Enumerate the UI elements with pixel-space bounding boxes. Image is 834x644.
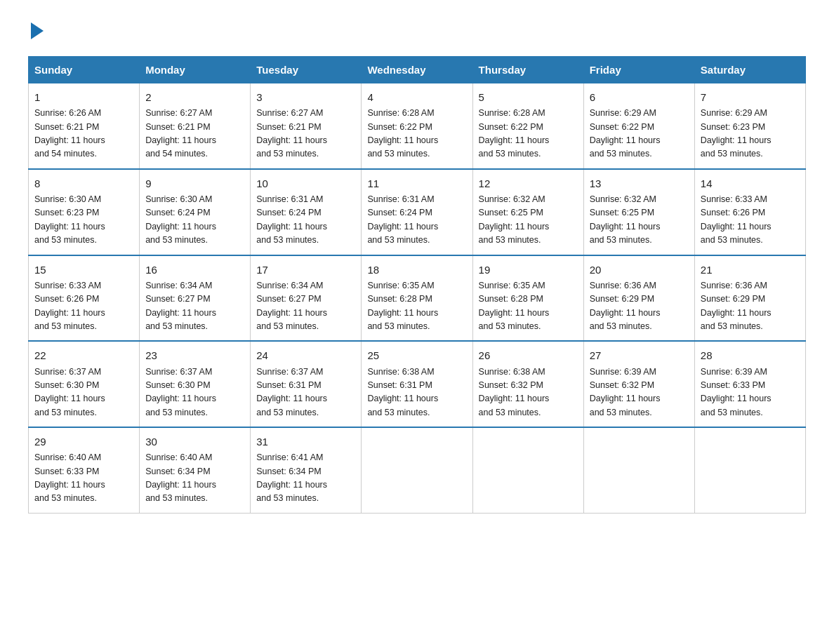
calendar-cell: 24Sunrise: 6:37 AMSunset: 6:31 PMDayligh… [251,341,362,427]
day-number: 1 [34,89,133,105]
header-saturday: Saturday [694,57,805,83]
day-number: 10 [256,175,355,192]
day-number: 27 [590,347,689,363]
calendar-week-row: 8Sunrise: 6:30 AMSunset: 6:23 PMDaylight… [29,169,806,255]
calendar-cell [694,427,805,513]
day-number: 4 [367,89,466,105]
calendar-cell: 17Sunrise: 6:34 AMSunset: 6:27 PMDayligh… [251,255,362,342]
day-number: 13 [590,175,689,192]
day-number: 16 [145,262,244,278]
day-number: 24 [256,347,355,363]
calendar-cell: 28Sunrise: 6:39 AMSunset: 6:33 PMDayligh… [694,341,805,427]
calendar-cell: 3Sunrise: 6:27 AMSunset: 6:21 PMDaylight… [251,83,362,169]
calendar-cell: 10Sunrise: 6:31 AMSunset: 6:24 PMDayligh… [251,169,362,255]
day-number: 7 [701,89,800,105]
header-wednesday: Wednesday [362,57,472,83]
day-number: 19 [479,262,578,278]
day-number: 20 [590,262,689,278]
header-friday: Friday [583,57,694,83]
calendar-cell: 7Sunrise: 6:29 AMSunset: 6:23 PMDaylight… [694,83,805,169]
svg-marker-0 [31,22,44,39]
calendar-cell: 20Sunrise: 6:36 AMSunset: 6:29 PMDayligh… [583,255,694,342]
calendar-header-row: SundayMondayTuesdayWednesdayThursdayFrid… [29,57,806,83]
calendar-cell: 26Sunrise: 6:38 AMSunset: 6:32 PMDayligh… [472,341,583,427]
calendar-cell: 25Sunrise: 6:38 AMSunset: 6:31 PMDayligh… [362,341,472,427]
calendar-cell: 6Sunrise: 6:29 AMSunset: 6:22 PMDaylight… [583,83,694,169]
calendar-cell: 27Sunrise: 6:39 AMSunset: 6:32 PMDayligh… [583,341,694,427]
calendar-week-row: 22Sunrise: 6:37 AMSunset: 6:30 PMDayligh… [29,341,806,427]
day-number: 18 [367,262,466,278]
calendar-cell [472,427,583,513]
calendar-week-row: 29Sunrise: 6:40 AMSunset: 6:33 PMDayligh… [29,427,806,513]
day-number: 21 [701,262,800,278]
calendar-week-row: 1Sunrise: 6:26 AMSunset: 6:21 PMDaylight… [29,83,806,169]
day-number: 14 [701,175,800,192]
calendar-cell: 29Sunrise: 6:40 AMSunset: 6:33 PMDayligh… [29,427,140,513]
day-number: 3 [256,89,355,105]
day-number: 6 [590,89,689,105]
day-number: 28 [701,347,800,363]
calendar-cell: 13Sunrise: 6:32 AMSunset: 6:25 PMDayligh… [583,169,694,255]
day-number: 22 [34,347,133,363]
calendar-cell: 23Sunrise: 6:37 AMSunset: 6:30 PMDayligh… [140,341,251,427]
day-number: 9 [145,175,244,192]
calendar-cell: 30Sunrise: 6:40 AMSunset: 6:34 PMDayligh… [140,427,251,513]
header-tuesday: Tuesday [251,57,362,83]
calendar-cell: 31Sunrise: 6:41 AMSunset: 6:34 PMDayligh… [251,427,362,513]
page-header [28,21,806,42]
calendar-week-row: 15Sunrise: 6:33 AMSunset: 6:26 PMDayligh… [29,255,806,342]
logo [28,21,44,42]
calendar-cell: 19Sunrise: 6:35 AMSunset: 6:28 PMDayligh… [472,255,583,342]
calendar-cell: 2Sunrise: 6:27 AMSunset: 6:21 PMDaylight… [140,83,251,169]
calendar-table: SundayMondayTuesdayWednesdayThursdayFrid… [28,56,806,514]
day-number: 5 [479,89,578,105]
calendar-cell: 18Sunrise: 6:35 AMSunset: 6:28 PMDayligh… [362,255,472,342]
day-number: 2 [145,89,244,105]
calendar-cell: 16Sunrise: 6:34 AMSunset: 6:27 PMDayligh… [140,255,251,342]
calendar-cell: 8Sunrise: 6:30 AMSunset: 6:23 PMDaylight… [29,169,140,255]
day-number: 25 [367,347,466,363]
day-number: 30 [145,434,244,450]
calendar-cell: 14Sunrise: 6:33 AMSunset: 6:26 PMDayligh… [694,169,805,255]
day-number: 17 [256,262,355,278]
logo-flag-icon [31,22,44,42]
day-number: 31 [256,434,355,450]
day-number: 12 [479,175,578,192]
calendar-cell: 22Sunrise: 6:37 AMSunset: 6:30 PMDayligh… [29,341,140,427]
day-number: 29 [34,434,133,450]
calendar-cell [362,427,472,513]
calendar-cell: 11Sunrise: 6:31 AMSunset: 6:24 PMDayligh… [362,169,472,255]
calendar-cell: 15Sunrise: 6:33 AMSunset: 6:26 PMDayligh… [29,255,140,342]
calendar-cell: 4Sunrise: 6:28 AMSunset: 6:22 PMDaylight… [362,83,472,169]
day-number: 23 [145,347,244,363]
day-number: 26 [479,347,578,363]
calendar-cell: 12Sunrise: 6:32 AMSunset: 6:25 PMDayligh… [472,169,583,255]
header-sunday: Sunday [29,57,140,83]
header-thursday: Thursday [472,57,583,83]
day-number: 11 [367,175,466,192]
calendar-cell: 21Sunrise: 6:36 AMSunset: 6:29 PMDayligh… [694,255,805,342]
calendar-cell [583,427,694,513]
calendar-cell: 1Sunrise: 6:26 AMSunset: 6:21 PMDaylight… [29,83,140,169]
day-number: 8 [34,175,133,192]
header-monday: Monday [140,57,251,83]
calendar-cell: 5Sunrise: 6:28 AMSunset: 6:22 PMDaylight… [472,83,583,169]
day-number: 15 [34,262,133,278]
calendar-cell: 9Sunrise: 6:30 AMSunset: 6:24 PMDaylight… [140,169,251,255]
